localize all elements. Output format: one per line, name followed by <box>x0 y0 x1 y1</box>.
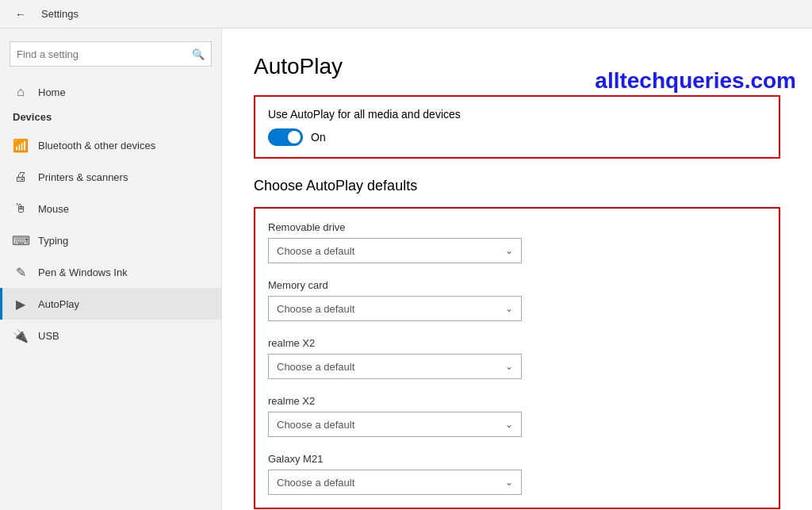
sidebar-section-label: Devices <box>0 108 221 129</box>
main-layout: 🔍 ⌂ Home Devices 📶 Bluetooth & other dev… <box>0 29 812 510</box>
sidebar-item-pen-label: Pen & Windows Ink <box>38 267 128 278</box>
pen-icon: ✎ <box>13 264 29 280</box>
defaults-subtitle: Choose AutoPlay defaults <box>254 178 780 194</box>
sidebar-item-printers[interactable]: 🖨 Printers & scanners <box>0 161 221 193</box>
dropdown-label-4: Galaxy M21 <box>268 453 766 465</box>
autoplay-toggle-section: Use AutoPlay for all media and devices O… <box>254 95 780 159</box>
mouse-icon: 🖱 <box>13 201 29 217</box>
sidebar: 🔍 ⌂ Home Devices 📶 Bluetooth & other dev… <box>0 29 222 510</box>
dropdown-group-2: realme X2 Choose a default ⌄ <box>268 337 766 379</box>
chevron-down-icon-0: ⌄ <box>505 245 513 256</box>
content-area: alltechqueries.com AutoPlay Use AutoPlay… <box>222 29 812 510</box>
dropdown-group-4: Galaxy M21 Choose a default ⌄ <box>268 453 766 495</box>
printer-icon: 🖨 <box>13 169 29 185</box>
search-box[interactable]: 🔍 <box>10 41 212 67</box>
sidebar-item-autoplay[interactable]: ▶ AutoPlay <box>0 288 221 320</box>
dropdown-value-3: Choose a default <box>277 419 354 431</box>
sidebar-item-bluetooth-label: Bluetooth & other devices <box>38 140 155 151</box>
keyboard-icon: ⌨ <box>13 232 29 248</box>
sidebar-item-bluetooth[interactable]: 📶 Bluetooth & other devices <box>0 129 221 161</box>
dropdown-value-1: Choose a default <box>277 303 354 315</box>
sidebar-item-usb-label: USB <box>38 330 59 342</box>
home-label: Home <box>38 86 66 98</box>
chevron-down-icon-1: ⌄ <box>505 303 513 314</box>
sidebar-item-printers-label: Printers & scanners <box>38 171 128 183</box>
dropdown-4[interactable]: Choose a default ⌄ <box>268 470 522 495</box>
dropdown-label-3: realme X2 <box>268 395 766 407</box>
dropdown-label-1: Memory card <box>268 279 766 291</box>
bluetooth-icon: 📶 <box>13 137 29 153</box>
sidebar-item-home[interactable]: ⌂ Home <box>0 76 221 108</box>
sidebar-item-usb[interactable]: 🔌 USB <box>0 320 221 351</box>
sidebar-item-typing-label: Typing <box>38 235 68 247</box>
dropdown-label-2: realme X2 <box>268 337 766 349</box>
page-title: AutoPlay <box>254 54 780 79</box>
toggle-row: On <box>268 128 766 146</box>
chevron-down-icon-3: ⌄ <box>505 419 513 430</box>
defaults-section: Removable drive Choose a default ⌄ Memor… <box>254 207 780 509</box>
chevron-down-icon-4: ⌄ <box>505 477 513 488</box>
dropdown-1[interactable]: Choose a default ⌄ <box>268 296 522 321</box>
sidebar-item-mouse-label: Mouse <box>38 203 69 215</box>
search-icon: 🔍 <box>192 48 205 60</box>
dropdown-value-0: Choose a default <box>277 245 354 257</box>
chevron-down-icon-2: ⌄ <box>505 361 513 372</box>
dropdown-label-0: Removable drive <box>268 221 766 233</box>
autoplay-toggle[interactable] <box>268 128 303 146</box>
titlebar-title: Settings <box>41 8 79 20</box>
toggle-knob <box>288 131 301 144</box>
dropdown-value-4: Choose a default <box>277 477 354 489</box>
dropdown-group-0: Removable drive Choose a default ⌄ <box>268 221 766 263</box>
sidebar-item-autoplay-label: AutoPlay <box>38 298 79 310</box>
back-button[interactable]: ← <box>10 3 32 25</box>
dropdown-3[interactable]: Choose a default ⌄ <box>268 412 522 437</box>
toggle-label: Use AutoPlay for all media and devices <box>268 108 766 121</box>
sidebar-item-pen[interactable]: ✎ Pen & Windows Ink <box>0 256 221 288</box>
usb-icon: 🔌 <box>13 328 29 343</box>
dropdown-2[interactable]: Choose a default ⌄ <box>268 354 522 379</box>
sidebar-item-mouse[interactable]: 🖱 Mouse <box>0 193 221 224</box>
titlebar: ← Settings <box>0 0 812 29</box>
dropdown-group-3: realme X2 Choose a default ⌄ <box>268 395 766 437</box>
search-input[interactable] <box>17 48 187 60</box>
sidebar-item-typing[interactable]: ⌨ Typing <box>0 224 221 256</box>
dropdown-0[interactable]: Choose a default ⌄ <box>268 238 522 263</box>
toggle-status: On <box>311 131 326 144</box>
home-icon: ⌂ <box>13 84 29 100</box>
dropdown-value-2: Choose a default <box>277 361 354 373</box>
dropdown-group-1: Memory card Choose a default ⌄ <box>268 279 766 321</box>
autoplay-icon: ▶ <box>13 296 29 312</box>
